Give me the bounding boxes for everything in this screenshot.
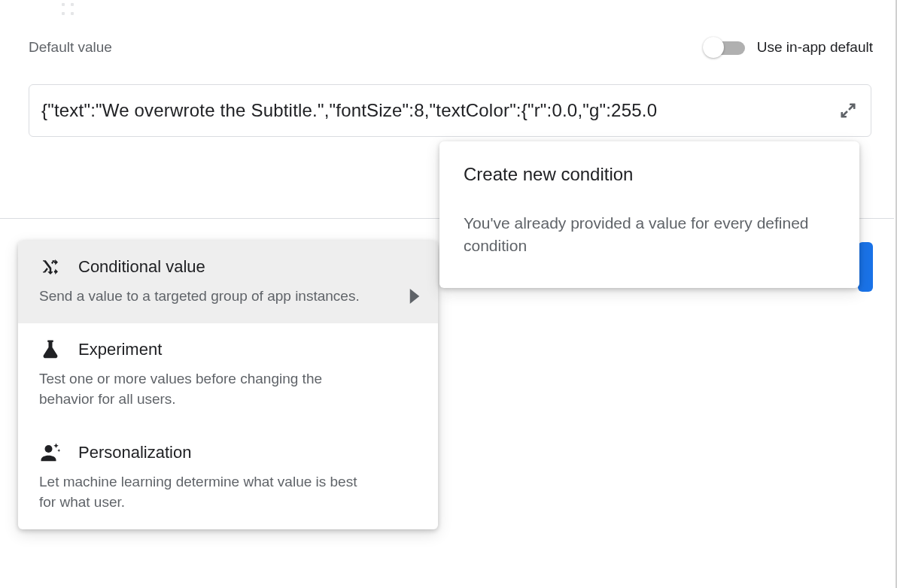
option-description: Test one or more values before changing …	[39, 368, 417, 410]
option-description: Let machine learning determine what valu…	[39, 471, 417, 513]
conditional-icon	[39, 256, 62, 278]
option-experiment[interactable]: Experiment Test one or more values befor…	[18, 323, 438, 426]
expand-icon[interactable]	[838, 100, 859, 121]
use-in-app-default-label: Use in-app default	[757, 39, 873, 56]
option-description: Send a value to a targeted group of app …	[39, 286, 417, 307]
svg-marker-0	[410, 289, 420, 304]
create-condition-title: Create new condition	[464, 164, 835, 185]
flask-icon	[39, 338, 62, 361]
primary-button-peek	[858, 242, 873, 292]
use-in-app-default-toggle[interactable]	[703, 40, 745, 55]
svg-point-1	[45, 445, 53, 453]
option-title: Conditional value	[78, 257, 205, 277]
chevron-right-icon	[409, 289, 420, 307]
create-condition-popover: Create new condition You've already prov…	[439, 141, 859, 288]
option-title: Personalization	[78, 443, 191, 462]
create-condition-body: You've already provided a value for ever…	[464, 212, 835, 258]
option-conditional-value[interactable]: Conditional value Send a value to a targ…	[18, 241, 438, 323]
default-value-label: Default value	[29, 39, 112, 56]
person-sparkle-icon	[39, 441, 62, 464]
default-value-text: {"text":"We overwrote the Subtitle.","fo…	[41, 100, 830, 121]
option-title: Experiment	[78, 340, 162, 359]
default-value-input[interactable]: {"text":"We overwrote the Subtitle.","fo…	[29, 84, 871, 137]
option-personalization[interactable]: Personalization Let machine learning det…	[18, 426, 438, 529]
drag-handle[interactable]	[62, 3, 74, 15]
add-value-menu: Conditional value Send a value to a targ…	[18, 241, 438, 529]
